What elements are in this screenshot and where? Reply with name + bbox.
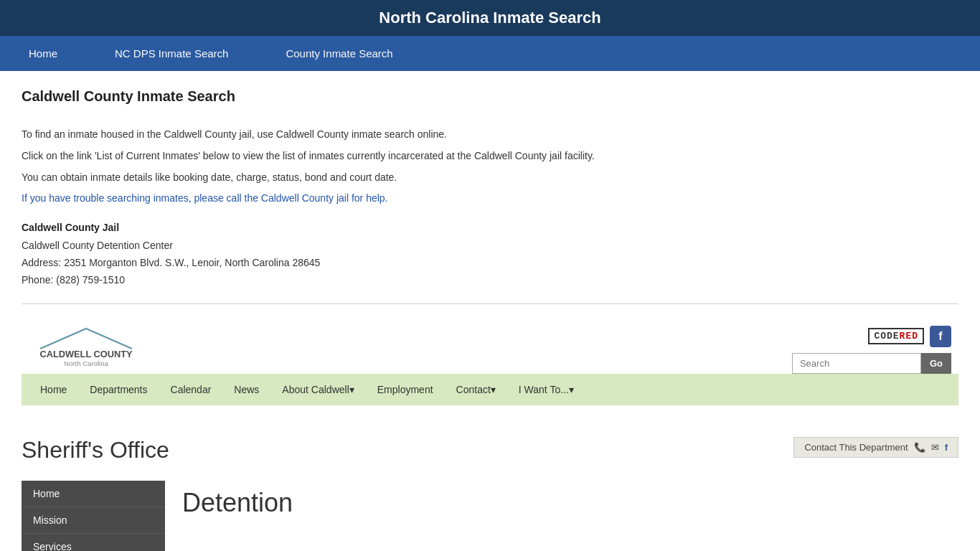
sheriff-body: Home Mission Services Detention: [22, 481, 958, 551]
nav-nc-dps[interactable]: NC DPS Inmate Search: [86, 36, 257, 71]
county-nav-calendar[interactable]: Calendar: [159, 374, 223, 405]
county-nav-employment[interactable]: Employment: [366, 374, 445, 405]
detention-title: Detention: [182, 488, 941, 518]
sheriff-title: Sheriff's Office: [22, 437, 169, 463]
sidebar-item-services[interactable]: Services: [22, 534, 165, 551]
sheriff-section: Sheriff's Office Contact This Department…: [0, 423, 980, 551]
info-para-3: You can obtain inmate details like booki…: [22, 169, 958, 187]
svg-text:North Carolina: North Carolina: [64, 359, 109, 367]
sidebar-item-mission[interactable]: Mission: [22, 507, 165, 534]
nav-home[interactable]: Home: [0, 36, 86, 71]
county-widget: CALDWELL COUNTY North Carolina CODERED f…: [22, 319, 958, 374]
detention-area: Detention: [165, 481, 958, 551]
code-red-row: CODERED f: [868, 326, 951, 347]
jail-info: Caldwell County Jail Caldwell County Det…: [22, 222, 958, 288]
county-nav: Home Departments Calendar News About Cal…: [22, 374, 958, 405]
divider: [22, 303, 958, 304]
jail-phone: Phone: (828) 759-1510: [22, 272, 958, 289]
county-nav-home[interactable]: Home: [29, 374, 78, 405]
info-para-4: If you have trouble searching inmates, p…: [22, 190, 958, 207]
jail-name: Caldwell County Detention Center: [22, 237, 958, 255]
county-nav-contact[interactable]: Contact▾: [445, 374, 507, 405]
county-nav-iwantto[interactable]: I Want To...▾: [507, 374, 585, 405]
county-nav-departments[interactable]: Departments: [78, 374, 159, 405]
sidebar: Home Mission Services: [22, 481, 165, 551]
contact-dept-button[interactable]: Contact This Department 📞 ✉ f: [793, 437, 958, 458]
contact-dept-label: Contact This Department: [804, 442, 908, 453]
county-search-button[interactable]: Go: [921, 353, 951, 374]
code-red-red: RED: [900, 331, 918, 342]
jail-title: Caldwell County Jail: [22, 222, 958, 233]
page-title: Caldwell County Inmate Search: [22, 88, 958, 105]
jail-address: Address: 2351 Morganton Blvd. S.W., Leno…: [22, 255, 958, 272]
county-nav-news[interactable]: News: [222, 374, 270, 405]
code-red-text: CODE: [874, 331, 899, 342]
sheriff-top-row: Sheriff's Office Contact This Department…: [22, 437, 958, 471]
site-header: North Carolina Inmate Search: [0, 0, 980, 36]
site-title: North Carolina Inmate Search: [379, 9, 600, 27]
county-search-row: Go: [792, 353, 951, 374]
county-logo-svg: CALDWELL COUNTY North Carolina: [29, 326, 143, 372]
nav-county[interactable]: County Inmate Search: [257, 36, 421, 71]
county-logo-area: CALDWELL COUNTY North Carolina: [22, 326, 143, 372]
county-nav-about[interactable]: About Caldwell▾: [270, 374, 365, 405]
info-para-2: Click on the link 'List of Current Inmat…: [22, 148, 958, 165]
main-content: Caldwell County Inmate Search To find an…: [0, 71, 980, 423]
info-para-1: To find an inmate housed in the Caldwell…: [22, 126, 958, 143]
main-nav: Home NC DPS Inmate Search County Inmate …: [0, 36, 980, 71]
svg-text:CALDWELL COUNTY: CALDWELL COUNTY: [39, 349, 133, 359]
county-search-input[interactable]: [792, 353, 921, 374]
phone-icon: 📞: [914, 442, 925, 453]
facebook-small-icon: f: [945, 442, 948, 453]
facebook-icon[interactable]: f: [930, 326, 951, 347]
email-icon: ✉: [931, 442, 939, 453]
county-right: CODERED f Go: [792, 326, 958, 374]
code-red-logo: CODERED: [868, 328, 924, 344]
sidebar-item-home[interactable]: Home: [22, 481, 165, 507]
